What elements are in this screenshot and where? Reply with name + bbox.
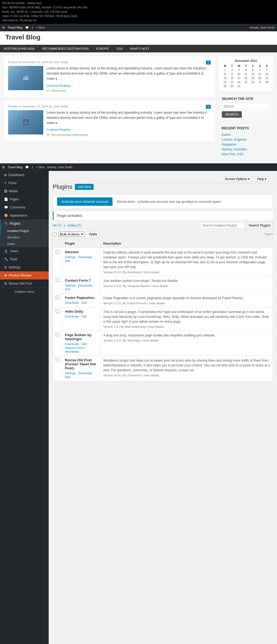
post-2-continue-reading[interactable]: Continue Reading → (47, 128, 74, 131)
cal-day: 2 (229, 68, 236, 72)
sidebar-item-media[interactable]: 🖼 Media (0, 187, 49, 195)
blog-main-area: 0 Posted on December 21, 2014 by Josh Sm… (0, 52, 277, 163)
tag-icon-2: 📁 (47, 133, 50, 136)
new-post-btn-2[interactable]: + New (36, 166, 45, 169)
fp-deactivate-link[interactable]: Deactivate (65, 301, 79, 304)
fp-checkbox[interactable] (56, 296, 59, 299)
post-2-image: 🌉 (8, 110, 43, 134)
fp-name: Faster Pagination (65, 296, 98, 300)
submenu-installed-plugins[interactable]: Installed Plugins (0, 228, 49, 234)
submenu-add-new[interactable]: Add New (0, 234, 49, 241)
sidebar-item-pages[interactable]: 📄 Pages (0, 195, 49, 203)
site-name-2[interactable]: Travel Blog (8, 166, 22, 169)
sidebar-item-users[interactable]: 👤 Users (0, 247, 49, 255)
plugin-desc-fp: Faster Pagination is a custom pagination… (100, 294, 273, 307)
col-description: Description (100, 240, 273, 248)
plugin-desc-rop: Wordpress plugin that helps you to keeps… (100, 356, 273, 381)
akismet-checkbox[interactable] (56, 250, 59, 254)
sidebar-item-comments[interactable]: 💬 Comments (0, 203, 49, 211)
search-installed-input[interactable] (200, 222, 245, 228)
cf7-deactivate-link[interactable]: Deactivate (77, 284, 92, 287)
filter-all[interactable]: All (7) (53, 224, 61, 227)
plugin-cb-akismet (53, 248, 62, 276)
cf7-description: Just another contact form plugin. Simple… (103, 278, 270, 283)
cal-day: 13 (256, 72, 263, 76)
bulk-actions-select[interactable]: Bulk Actions (58, 232, 84, 237)
calendar-title: December 2014 (222, 59, 270, 62)
recent-posts-title: RECENT POSTS (222, 126, 270, 130)
new-post-btn[interactable]: + New (36, 26, 45, 29)
nav-usa[interactable]: USA (113, 45, 126, 52)
search-installed-button[interactable]: Search Plugins (246, 222, 273, 228)
apply-bulk-button[interactable]: Apply (87, 231, 100, 237)
pb-edit-link[interactable]: Edit (80, 342, 87, 346)
filter-active[interactable]: Active (7) (67, 224, 81, 227)
sidebar-item-tools[interactable]: 🔧 Tools (0, 255, 49, 263)
site-name[interactable]: Travel Blog (8, 26, 22, 29)
help-button[interactable]: Help ▾ (255, 176, 269, 182)
akismet-activate-button[interactable]: Activate your Akismet account (57, 197, 113, 206)
plugin-info-pb: Page Builder by SiteOrigin Deactivate Ed… (62, 331, 101, 356)
add-new-button[interactable]: Add New (75, 184, 94, 190)
submenu-editor[interactable]: Editor (0, 241, 49, 247)
akismet-settings-link[interactable]: Settings (65, 255, 76, 259)
recent-post-2[interactable]: London, England (222, 137, 270, 142)
cal-day: 5 (249, 68, 256, 72)
hd-edit-link[interactable]: Edit (80, 315, 87, 318)
screen-options-button[interactable]: Screen Options ▾ (222, 176, 252, 182)
recent-post-4[interactable]: Sydney, Australia (222, 147, 270, 152)
plugin-desc-cf7: Just another contact form plugin. Simple… (100, 276, 273, 294)
search-input[interactable] (222, 103, 270, 110)
cal-day: 20 (256, 76, 263, 80)
sidebar-item-revive-old-post[interactable]: ♻ Revive Old Post (0, 279, 49, 288)
cal-day: 25 (242, 80, 249, 84)
select-all-checkbox[interactable] (53, 232, 56, 236)
search-button[interactable]: SEARCH (222, 111, 242, 118)
cf7-checkbox[interactable] (56, 278, 59, 282)
post-1-continue-reading[interactable]: Continue Reading → (47, 84, 74, 87)
recent-post-5[interactable]: New York, USA (222, 152, 270, 157)
nav-europe[interactable]: EUROPE (93, 45, 113, 52)
nav-recommended[interactable]: RECOMMENDED DESTINATIONS (38, 45, 93, 52)
sidebar-item-appearance[interactable]: 🎨 Appearance (0, 211, 49, 220)
rop-deactivate-link[interactable]: Deactivate (77, 372, 92, 375)
sidebar-item-posts[interactable]: ✎ Posts (0, 179, 49, 187)
pb-deactivate-link[interactable]: Deactivate (65, 342, 79, 346)
dashboard-icon: ⊞ (4, 173, 7, 177)
nav-australia[interactable]: AUSTRALIA AND ASIA (0, 45, 38, 52)
hd-version: Version 1.6 | By Matt Mullenweg | View d… (103, 325, 270, 328)
cal-day (263, 84, 270, 88)
cal-day: 17 (235, 76, 242, 80)
pb-checkbox[interactable] (56, 333, 59, 336)
tag-icon: 📁 (47, 89, 50, 92)
cf7-version: Version 4.0.3 | By Takayuki Miyoshi | Vi… (103, 284, 270, 288)
collapse-menu-btn[interactable]: Collapse menu (0, 288, 49, 295)
dashboard-label: Dashboard (8, 173, 24, 177)
recent-post-1[interactable]: Zurich (222, 132, 270, 137)
revive-icon: ♻ (4, 282, 7, 285)
plugin-row-faster-pagination: Faster Pagination Deactivate Edit Faster… (53, 294, 273, 307)
hd-deactivate-link[interactable]: Deactivate (65, 315, 79, 318)
rop-settings-link[interactable]: Settings (65, 372, 76, 375)
hd-checkbox[interactable] (56, 309, 59, 313)
cal-week-2: 8 9 10 11 12 13 14 (222, 72, 270, 76)
hd-description: This is not just a plugin, it symbolizes… (103, 309, 270, 324)
wp-logo-2: ⚙ (2, 166, 5, 169)
cf7-settings-link[interactable]: Settings (65, 284, 76, 287)
sidebar-item-product-review[interactable]: ★ Product Review (0, 271, 49, 279)
sidebar-item-plugins[interactable]: 🔌 Plugins (0, 220, 49, 228)
cal-day: 16 (229, 76, 236, 80)
akismet-deactivate-link[interactable]: Deactivate (77, 255, 92, 259)
cal-day: 29 (222, 84, 229, 88)
post-1-thumbnail: 🏙 (8, 66, 43, 90)
cal-day: 1 (222, 68, 229, 72)
recent-post-3[interactable]: Singapore (222, 142, 270, 147)
sidebar-item-dashboard[interactable]: ⊞ Dashboard (0, 171, 49, 179)
rop-checkbox[interactable] (56, 358, 59, 362)
admin-sidebar: ⊞ Dashboard ✎ Posts 🖼 Media 📄 Pages 💬 Co… (0, 171, 49, 644)
video-size: Size: 680/484 bytes (64.85 MB), duration… (2, 5, 275, 10)
nav-whatsnext[interactable]: WHATS NEXT (126, 45, 153, 52)
fp-edit-link[interactable]: Edit (80, 301, 87, 304)
sidebar-item-settings[interactable]: ⚙ Settings (0, 263, 49, 271)
comments-icon-2: 💬 (25, 166, 29, 169)
